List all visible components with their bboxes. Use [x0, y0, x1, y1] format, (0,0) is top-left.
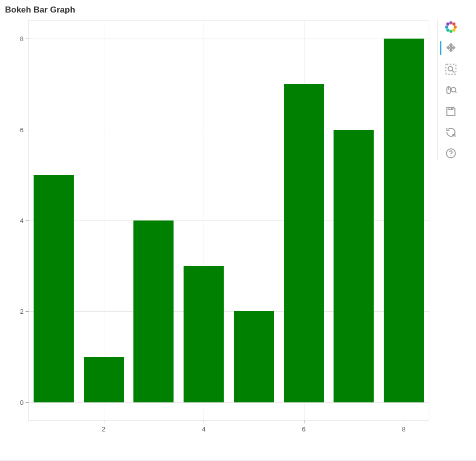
bar[interactable]: [334, 130, 374, 402]
reset-tool-icon[interactable]: [444, 125, 458, 139]
svg-line-14: [455, 91, 456, 93]
y-tick-label: 2: [9, 308, 29, 315]
svg-point-5: [446, 29, 449, 32]
bar[interactable]: [184, 266, 224, 402]
chart-stage: Bokeh Bar Graph 246802468: [0, 0, 476, 461]
bokeh-toolbar: [437, 20, 461, 160]
bar[interactable]: [384, 39, 424, 402]
svg-point-1: [452, 23, 455, 26]
bar[interactable]: [284, 84, 324, 402]
x-tick-label: 6: [296, 420, 311, 433]
bar[interactable]: [84, 357, 124, 402]
help-tool-icon[interactable]: [444, 146, 458, 160]
chart-figure: Bokeh Bar Graph 246802468: [5, 5, 435, 441]
svg-point-0: [449, 21, 452, 24]
bokeh-logo-icon[interactable]: [444, 20, 458, 34]
svg-point-6: [445, 26, 448, 29]
y-tick-label: 8: [9, 35, 29, 43]
save-tool-icon[interactable]: [444, 104, 458, 118]
svg-point-3: [452, 29, 455, 32]
svg-point-2: [454, 26, 457, 29]
box-zoom-tool-icon[interactable]: [444, 62, 458, 76]
svg-line-10: [452, 70, 454, 73]
svg-point-9: [448, 67, 453, 71]
bar[interactable]: [234, 311, 274, 402]
svg-point-18: [450, 155, 451, 156]
bar[interactable]: [34, 175, 74, 402]
x-tick-label: 8: [396, 420, 411, 433]
y-tick-label: 4: [9, 217, 29, 224]
y-tick-label: 0: [9, 398, 29, 406]
grid-line-horizontal: [29, 402, 429, 403]
grid-line-horizontal: [29, 39, 429, 39]
bar[interactable]: [133, 220, 174, 402]
pan-tool-icon[interactable]: [444, 41, 458, 55]
x-tick-label: 2: [96, 420, 111, 433]
chart-title: Bokeh Bar Graph: [5, 5, 435, 18]
svg-point-7: [446, 23, 449, 26]
x-tick-label: 4: [196, 420, 211, 433]
svg-point-4: [449, 30, 452, 33]
y-tick-label: 6: [9, 126, 29, 133]
wheel-zoom-tool-icon[interactable]: [444, 83, 458, 97]
plot-area[interactable]: 246802468: [28, 20, 429, 421]
